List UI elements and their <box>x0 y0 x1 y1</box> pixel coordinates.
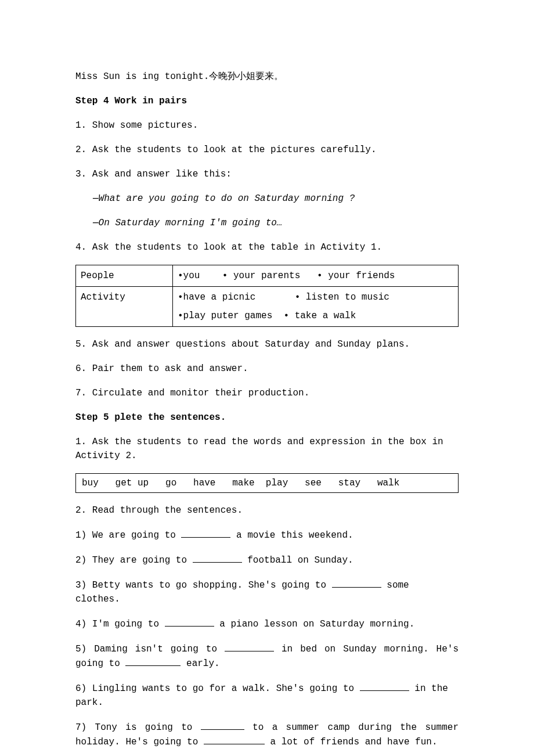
step5-item-1: 1. Ask the students to read the words an… <box>75 435 459 463</box>
cell-activity-label: Activity <box>76 287 173 327</box>
q4-text-b: a piano lesson on Saturday morning. <box>214 619 415 629</box>
blank-input[interactable] <box>181 528 230 538</box>
word-box: buy get up go have make play see stay wa… <box>75 473 459 493</box>
step4-item-3: 3. Ask and answer like this: <box>75 167 459 181</box>
blank-input[interactable] <box>360 681 409 691</box>
step4-item-7: 7. Circulate and monitor their productio… <box>75 386 459 400</box>
q4: 4) I'm going to a piano lesson on Saturd… <box>75 617 459 631</box>
blank-input[interactable] <box>204 735 265 744</box>
q6: 6) Lingling wants to go for a walk. She'… <box>75 681 459 710</box>
q7: 7) Tony is going to to a summer camp dur… <box>75 720 459 749</box>
q5-text-c: early. <box>181 658 219 669</box>
document-page: Miss Sun is ing tonight.今晚孙小姐要来。 Step 4 … <box>0 0 534 756</box>
step4-item-4: 4. Ask the students to look at the table… <box>75 240 459 254</box>
step4-item-3b: —On Saturday morning I'm going to… <box>75 216 459 230</box>
q2-text-b: football on Sunday. <box>242 555 353 566</box>
step4-heading: Step 4 Work in pairs <box>75 94 459 108</box>
activity-row-2: •play puter games • take a walk <box>178 309 453 323</box>
q1-text-b: a movie this weekend. <box>230 530 353 541</box>
q6-text-a: 6) Lingling wants to go for a walk. She'… <box>75 683 360 694</box>
table-row: People •you • your parents • your friend… <box>76 265 459 287</box>
q3-text-a: 3) Betty wants to go shopping. She's goi… <box>75 580 332 591</box>
step4-item-2: 2. Ask the students to look at the pictu… <box>75 143 459 157</box>
q2-text-a: 2) They are going to <box>75 555 193 566</box>
blank-input[interactable] <box>125 656 181 666</box>
step4-item-6: 6. Pair them to ask and answer. <box>75 362 459 376</box>
step4-item-3a: —What are you going to do on Saturday mo… <box>75 192 459 206</box>
intro-line: Miss Sun is ing tonight.今晚孙小姐要来。 <box>75 70 459 84</box>
step5-item-2: 2. Read through the sentences. <box>75 503 459 517</box>
q3: 3) Betty wants to go shopping. She's goi… <box>75 578 459 606</box>
q1: 1) We are going to a movie this weekend. <box>75 528 459 542</box>
table-row: Activity •have a picnic • listen to musi… <box>76 287 459 327</box>
q4-text-a: 4) I'm going to <box>75 619 165 629</box>
q5: 5) Daming isn't going to in bed on Sunda… <box>75 642 459 671</box>
blank-input[interactable] <box>165 617 214 627</box>
step4-item-5: 5. Ask and answer questions about Saturd… <box>75 337 459 351</box>
cell-people-values: •you • your parents • your friends <box>173 265 459 287</box>
q5-text-a: 5) Daming isn't going to <box>75 644 225 654</box>
blank-input[interactable] <box>193 553 242 563</box>
blank-input[interactable] <box>225 642 274 651</box>
q1-text-a: 1) We are going to <box>75 530 181 541</box>
blank-input[interactable] <box>332 578 381 588</box>
cell-activity-values: •have a picnic • listen to music •play p… <box>173 287 459 327</box>
step4-item-1: 1. Show some pictures. <box>75 118 459 132</box>
blank-input[interactable] <box>201 720 244 730</box>
q2: 2) They are going to football on Sunday. <box>75 553 459 567</box>
step5-heading: Step 5 plete the sentences. <box>75 411 459 424</box>
activity-row-1: •have a picnic • listen to music <box>178 290 453 304</box>
activity-table: People •you • your parents • your friend… <box>75 265 459 327</box>
q7-text-c: a lot of friends and have fun. <box>265 737 438 747</box>
q7-text-a: 7) Tony is going to <box>75 722 201 733</box>
cell-people-label: People <box>76 265 173 287</box>
